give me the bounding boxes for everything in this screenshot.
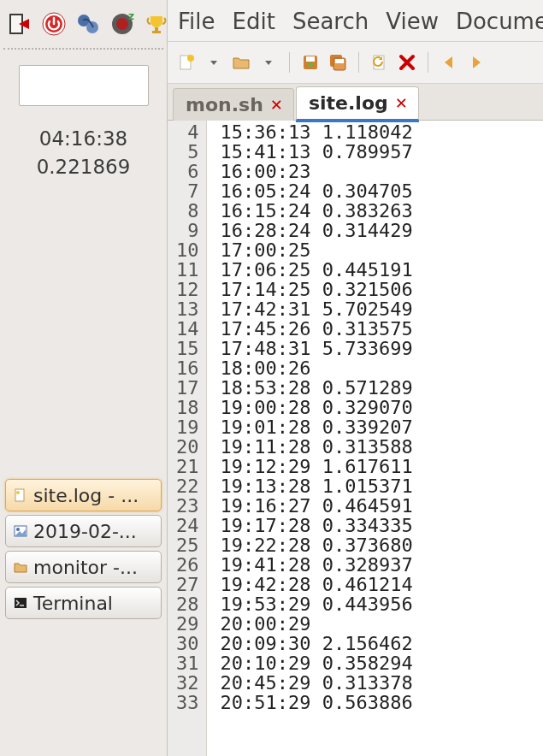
svg-point-12 — [16, 491, 20, 494]
window-list: site.log - ...2019-02-...monitor -...Ter… — [0, 479, 167, 619]
editor-tab[interactable]: site.log✕ — [296, 86, 419, 121]
tab-bar: mon.sh✕site.log✕ — [168, 84, 543, 121]
nav-forward-icon[interactable] — [464, 50, 488, 74]
readout-value: 0.221869 — [9, 153, 158, 181]
revert-icon[interactable] — [368, 50, 392, 74]
folder-icon — [13, 559, 28, 575]
task-button[interactable]: Terminal — [5, 587, 162, 619]
doc-icon — [13, 487, 28, 503]
dropdown-icon[interactable] — [257, 50, 280, 74]
task-button[interactable]: monitor -... — [5, 551, 162, 583]
toolbar-separator — [428, 52, 428, 73]
task-label: monitor -... — [33, 557, 138, 578]
close-icon[interactable]: ✕ — [395, 94, 408, 112]
record-icon[interactable]: z — [109, 9, 135, 38]
close-file-icon[interactable] — [395, 50, 419, 74]
svg-point-14 — [16, 528, 20, 531]
svg-rect-15 — [15, 598, 27, 608]
network-icon[interactable] — [75, 9, 101, 38]
editor-tab[interactable]: mon.sh✕ — [173, 88, 294, 121]
readout: 04:16:38 0.221869 — [9, 125, 158, 182]
terminal-icon — [13, 595, 28, 611]
menu-edit[interactable]: Edit — [233, 9, 275, 34]
editor-content[interactable]: 15:36:13 1.118042 15:41:13 0.789957 16:0… — [207, 121, 544, 756]
menu-search[interactable]: Search — [292, 9, 369, 34]
task-label: Terminal — [33, 593, 113, 614]
separator — [3, 48, 163, 50]
save-icon[interactable] — [298, 50, 322, 74]
menubar: File Edit Search View Document — [168, 0, 543, 42]
open-file-icon[interactable] — [229, 50, 253, 74]
nav-back-icon[interactable] — [437, 50, 461, 74]
tab-label: site.log — [309, 92, 388, 114]
menu-view[interactable]: View — [386, 9, 439, 34]
svg-text:z: z — [128, 11, 134, 22]
editor-view[interactable]: 4 5 6 7 8 9 10 11 12 13 14 15 16 17 18 1… — [168, 121, 543, 756]
toolbar-separator — [358, 52, 359, 73]
svg-rect-10 — [152, 31, 161, 33]
widget-box — [19, 65, 149, 106]
svg-point-17 — [187, 55, 194, 62]
svg-rect-22 — [335, 59, 344, 63]
readout-time: 04:16:38 — [9, 125, 158, 153]
task-button[interactable]: 2019-02-... — [5, 515, 162, 547]
toolbar — [168, 42, 543, 84]
dropdown-icon[interactable] — [202, 50, 226, 74]
svg-rect-11 — [15, 489, 24, 501]
panel-widget: 04:16:38 0.221869 — [0, 56, 167, 186]
task-label: 2019-02-... — [33, 521, 137, 542]
menu-document[interactable]: Document — [456, 9, 543, 34]
panel-launchers: z — [0, 0, 167, 46]
svg-rect-19 — [306, 56, 315, 62]
trophy-icon[interactable] — [144, 9, 169, 38]
task-label: site.log - ... — [33, 485, 139, 506]
svg-rect-9 — [155, 27, 158, 31]
desktop-panel: z 04:16:38 0.221869 site.log - ...2019-0… — [0, 0, 168, 756]
power-icon[interactable] — [41, 9, 67, 38]
logout-icon[interactable] — [7, 9, 32, 38]
image-icon — [13, 523, 28, 539]
new-file-icon[interactable] — [174, 50, 198, 74]
svg-point-7 — [116, 18, 128, 30]
line-number-gutter: 4 5 6 7 8 9 10 11 12 13 14 15 16 17 18 1… — [168, 121, 207, 756]
close-icon[interactable]: ✕ — [270, 96, 283, 114]
tab-label: mon.sh — [186, 94, 263, 115]
save-all-icon[interactable] — [326, 50, 350, 74]
editor-window: File Edit Search View Document — [168, 0, 543, 756]
menu-file[interactable]: File — [178, 9, 215, 34]
task-button[interactable]: site.log - ... — [5, 479, 162, 511]
toolbar-separator — [289, 52, 290, 73]
